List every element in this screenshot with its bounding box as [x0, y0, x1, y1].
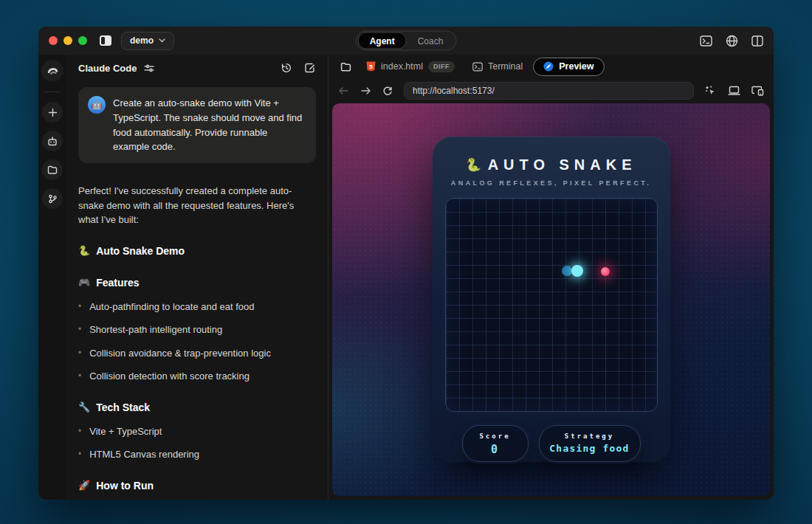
strategy-label: Strategy: [540, 432, 640, 440]
avatar-emoji: 🤖: [92, 98, 103, 111]
preview-webview[interactable]: 🐍 AUTO SNAKE ANALOG REFLEXES, PIXEL PERF…: [332, 103, 770, 496]
list-item: •Vite + TypeScript: [78, 424, 316, 439]
list-item: •Collision detection with score tracking: [78, 369, 316, 384]
tab-label: index.html: [381, 61, 423, 72]
heading-features: 🎮 Features: [78, 275, 316, 291]
reload-icon[interactable]: [382, 86, 393, 96]
titlebar: demo Agent Coach: [38, 27, 774, 55]
game-stats: Score 0 Strategy Chasing food: [433, 425, 670, 462]
compass-icon: [543, 61, 554, 72]
bot-icon: [47, 137, 58, 146]
html5-icon: 5: [366, 61, 376, 72]
sliders-icon[interactable]: [144, 64, 154, 72]
score-value: 0: [463, 443, 528, 456]
terminal-icon: [472, 62, 483, 72]
project-name: demo: [130, 35, 154, 46]
forward-arrow-icon[interactable]: [360, 86, 371, 95]
split-columns-icon[interactable]: [751, 35, 763, 46]
game-subtitle: ANALOG REFLEXES, PIXEL PERFECT.: [433, 179, 670, 187]
minimize-button[interactable]: [63, 36, 72, 45]
tab-label: Terminal: [488, 61, 523, 72]
user-avatar: 🤖: [88, 96, 106, 114]
responsive-devices-icon[interactable]: [751, 86, 764, 96]
tab-coach[interactable]: Coach: [407, 32, 455, 49]
rocket-emoji: 🚀: [78, 478, 90, 493]
git-branch-icon: [48, 194, 58, 204]
snake-emoji: 🐍: [465, 157, 481, 173]
heading-how-to-run: 🚀 How to Run: [78, 478, 316, 494]
score-label: Score: [463, 432, 528, 440]
app-window: demo Agent Coach: [38, 27, 774, 500]
diff-badge: DIFF: [428, 61, 455, 72]
folder-icon: [340, 62, 351, 72]
tab-index-html[interactable]: 5 index.html DIFF: [359, 58, 462, 76]
user-message-text: Create an auto-snake demo with Vite + Ty…: [113, 96, 306, 154]
back-arrow-icon[interactable]: [338, 86, 349, 95]
heading-tech-stack: 🔧 Tech Stack: [78, 400, 316, 416]
inspect-sparkle-icon[interactable]: [705, 86, 717, 97]
folder-icon: [47, 165, 58, 174]
tab-preview[interactable]: Preview: [533, 58, 604, 76]
list-item: •HTML5 Canvas rendering: [78, 447, 316, 462]
traffic-lights: [49, 36, 87, 45]
editor-tabbar: 5 index.html DIFF Terminal Preview: [328, 55, 774, 78]
chat-title: Claude Code: [78, 63, 137, 74]
tab-terminal[interactable]: Terminal: [465, 58, 530, 76]
close-button[interactable]: [49, 36, 58, 45]
editor-panel: 5 index.html DIFF Terminal Preview: [328, 55, 774, 500]
strategy-pill: Strategy Chasing food: [539, 425, 641, 462]
rail-divider: [44, 92, 61, 92]
file-tree-button[interactable]: [336, 58, 356, 76]
chevron-down-icon: [159, 38, 165, 43]
zoom-button[interactable]: [78, 36, 87, 45]
browser-navbar: http://localhost:5173/: [328, 78, 774, 103]
game-title-row: 🐍 AUTO SNAKE: [433, 156, 670, 173]
files-button[interactable]: [42, 159, 63, 180]
plus-icon: [48, 108, 58, 117]
features-list: •Auto-pathfinding to locate and eat food…: [78, 300, 316, 384]
game-board: [445, 198, 658, 412]
panel-left-icon[interactable]: [99, 35, 112, 46]
tech-list: •Vite + TypeScript •HTML5 Canvas renderi…: [78, 424, 316, 462]
bot-button[interactable]: [42, 131, 63, 151]
list-item: •Auto-pathfinding to locate and eat food: [78, 300, 316, 314]
wrench-emoji: 🔧: [78, 400, 90, 415]
snake-head: [571, 265, 583, 277]
project-selector[interactable]: demo: [121, 32, 174, 50]
tab-agent[interactable]: Agent: [358, 32, 407, 49]
left-rail: [38, 55, 66, 500]
new-session-button[interactable]: [42, 102, 63, 123]
history-icon[interactable]: [281, 62, 292, 74]
tab-label: Preview: [559, 61, 593, 72]
svg-text:5: 5: [369, 63, 373, 70]
gamepad-emoji: 🎮: [78, 275, 90, 290]
food-dot: [601, 267, 610, 276]
game-title: AUTO SNAKE: [488, 156, 637, 173]
score-pill: Score 0: [462, 425, 529, 462]
url-bar[interactable]: http://localhost:5173/: [404, 82, 694, 100]
heading-auto-snake-demo: 🐍 Auto Snake Demo: [78, 244, 316, 259]
terminal-window-icon[interactable]: [700, 35, 712, 46]
snake-body-segment: [562, 266, 572, 276]
list-item: •Shortest-path intelligent routing: [78, 323, 316, 337]
list-item: •Collision avoidance & trap-prevention l…: [78, 346, 316, 361]
assistant-intro: Perfect! I've successfully created a com…: [78, 184, 316, 227]
url-text: http://localhost:5173/: [413, 86, 495, 96]
snake-emoji: 🐍: [78, 244, 90, 258]
git-button[interactable]: [42, 188, 63, 209]
chat-header: Claude Code: [66, 55, 328, 81]
globe-icon[interactable]: [726, 35, 738, 47]
game-card: 🐍 AUTO SNAKE ANALOG REFLEXES, PIXEL PERF…: [433, 137, 670, 462]
mode-switcher: Agent Coach: [356, 31, 457, 51]
compose-icon[interactable]: [304, 62, 316, 74]
app-logo-swoosh-icon[interactable]: [41, 60, 63, 82]
user-message: 🤖 Create an auto-snake demo with Vite + …: [78, 87, 316, 163]
strategy-value: Chasing food: [540, 443, 640, 454]
laptop-icon[interactable]: [728, 86, 740, 96]
chat-panel: Claude Code 🤖 Create an auto-snake demo …: [66, 55, 328, 500]
chat-transcript[interactable]: 🤖 Create an auto-snake demo with Vite + …: [66, 81, 328, 500]
